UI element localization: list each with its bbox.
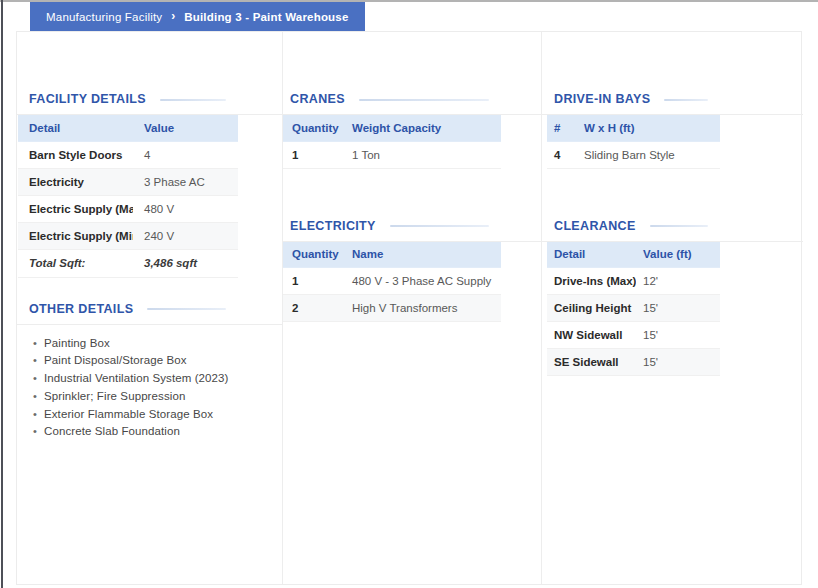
count-cell: 4 xyxy=(547,141,577,168)
table-row: Electric Supply (Max) 480 V xyxy=(18,195,238,222)
electricity-table: Quantity Name 1 480 V - 3 Phase AC Suppl… xyxy=(283,242,501,323)
list-item: Painting Box xyxy=(33,335,282,353)
value-cell: Sliding Barn Style xyxy=(577,141,720,168)
column-header: Quantity xyxy=(283,115,343,141)
detail-cell: Electric Supply (Min) xyxy=(18,222,133,249)
table-row: 1 1 Ton xyxy=(283,141,501,168)
table-header-row: Quantity Weight Capacity xyxy=(283,115,501,141)
section-title: CLEARANCE xyxy=(547,219,636,233)
list-item: Exterior Flammable Storage Box xyxy=(33,406,282,424)
table-header-row: # W x H (ft) xyxy=(547,115,720,141)
total-sqft-row: Total Sqft: 3,486 sqft xyxy=(18,249,238,277)
other-details-list: Painting Box Paint Disposal/Storage Box … xyxy=(33,335,282,442)
breadcrumb: Manufacturing Facility › Building 3 - Pa… xyxy=(30,2,365,31)
table-row: 2 High V Transformers xyxy=(283,295,501,322)
value-cell: High V Transformers xyxy=(343,295,501,322)
value-cell: 480 V xyxy=(133,195,238,222)
section-title: DRIVE-IN BAYS xyxy=(547,92,650,106)
value-cell: 480 V - 3 Phase AC Supply xyxy=(343,268,501,295)
table-row: 4 Sliding Barn Style xyxy=(547,141,720,168)
value-cell: 4 xyxy=(133,141,238,168)
list-item: Concrete Slab Foundation xyxy=(33,423,282,441)
detail-cell: Barn Style Doors xyxy=(18,141,133,168)
heading-rule xyxy=(160,99,226,101)
detail-cell: Ceiling Height xyxy=(547,295,636,322)
section-heading-drive-in-bays: DRIVE-IN BAYS xyxy=(542,92,803,115)
section-title: ELECTRICITY xyxy=(283,219,376,233)
quantity-cell: 2 xyxy=(283,295,343,322)
table-row: SE Sidewall 15' xyxy=(547,349,720,376)
column-bays-clearance: DRIVE-IN BAYS # W x H (ft) 4 Sliding Bar… xyxy=(542,32,803,584)
section-heading-electricity: ELECTRICITY xyxy=(283,219,541,242)
breadcrumb-item-facility[interactable]: Manufacturing Facility xyxy=(46,11,162,23)
table-header-row: Quantity Name xyxy=(283,242,501,268)
value-cell: 15' xyxy=(636,349,720,376)
section-heading-other-details: OTHER DETAILS xyxy=(17,302,282,325)
table-row: 1 480 V - 3 Phase AC Supply xyxy=(283,268,501,295)
heading-rule xyxy=(147,308,226,310)
section-title: FACILITY DETAILS xyxy=(18,92,146,106)
section-heading-clearance: CLEARANCE xyxy=(542,219,803,242)
value-cell: 15' xyxy=(636,295,720,322)
column-header: Name xyxy=(343,242,501,268)
value-cell: 240 V xyxy=(133,222,238,249)
table-row: Drive-Ins (Max) 12' xyxy=(547,268,720,295)
detail-cell: Drive-Ins (Max) xyxy=(547,268,636,295)
left-edge-strip xyxy=(1,0,3,588)
column-facility: FACILITY DETAILS Detail Value Barn Style… xyxy=(17,32,282,584)
column-header: Value (ft) xyxy=(636,242,720,268)
detail-cell: SE Sidewall xyxy=(547,349,636,376)
table-header-row: Detail Value (ft) xyxy=(547,242,720,268)
list-item: Industrial Ventilation System (2023) xyxy=(33,370,282,388)
cranes-table: Quantity Weight Capacity 1 1 Ton xyxy=(283,115,501,169)
column-header: Quantity xyxy=(283,242,343,268)
table-header-row: Detail Value xyxy=(18,115,238,141)
quantity-cell: 1 xyxy=(283,141,343,168)
table-row: Electric Supply (Min) 240 V xyxy=(18,222,238,249)
list-item: Sprinkler; Fire Suppression xyxy=(33,388,282,406)
breadcrumb-item-current: Building 3 - Paint Warehouse xyxy=(184,11,348,23)
detail-cell: Electric Supply (Max) xyxy=(18,195,133,222)
column-header: Weight Capacity xyxy=(343,115,501,141)
drive-in-bays-table: # W x H (ft) 4 Sliding Barn Style xyxy=(547,115,720,169)
column-header: # xyxy=(547,115,577,141)
column-header: Detail xyxy=(547,242,636,268)
heading-rule xyxy=(390,225,489,227)
value-cell: 12' xyxy=(636,268,720,295)
table-row: Ceiling Height 15' xyxy=(547,295,720,322)
value-cell: 15' xyxy=(636,322,720,349)
detail-cell: NW Sidewall xyxy=(547,322,636,349)
chevron-right-icon: › xyxy=(171,9,175,23)
value-cell: 1 Ton xyxy=(343,141,501,168)
column-cranes-electricity: CRANES Quantity Weight Capacity 1 1 Ton xyxy=(283,32,541,584)
section-title: OTHER DETAILS xyxy=(18,302,133,316)
heading-rule xyxy=(359,99,489,101)
total-value: 3,486 sqft xyxy=(133,249,238,277)
table-row: NW Sidewall 15' xyxy=(547,322,720,349)
section-heading-facility-details: FACILITY DETAILS xyxy=(17,92,282,115)
column-header: Value xyxy=(133,115,238,141)
quantity-cell: 1 xyxy=(283,268,343,295)
table-row: Electricity 3 Phase AC xyxy=(18,168,238,195)
detail-cell: Electricity xyxy=(18,168,133,195)
total-label: Total Sqft: xyxy=(18,249,133,277)
details-panel: FACILITY DETAILS Detail Value Barn Style… xyxy=(16,31,802,585)
heading-rule xyxy=(664,99,708,101)
column-header: W x H (ft) xyxy=(577,115,720,141)
list-item: Paint Disposal/Storage Box xyxy=(33,352,282,370)
section-heading-cranes: CRANES xyxy=(283,92,541,115)
clearance-table: Detail Value (ft) Drive-Ins (Max) 12' Ce… xyxy=(547,242,720,377)
facility-details-table: Detail Value Barn Style Doors 4 Electric… xyxy=(18,115,238,278)
value-cell: 3 Phase AC xyxy=(133,168,238,195)
heading-rule xyxy=(650,225,708,227)
table-row: Barn Style Doors 4 xyxy=(18,141,238,168)
column-header: Detail xyxy=(18,115,133,141)
section-title: CRANES xyxy=(283,92,345,106)
